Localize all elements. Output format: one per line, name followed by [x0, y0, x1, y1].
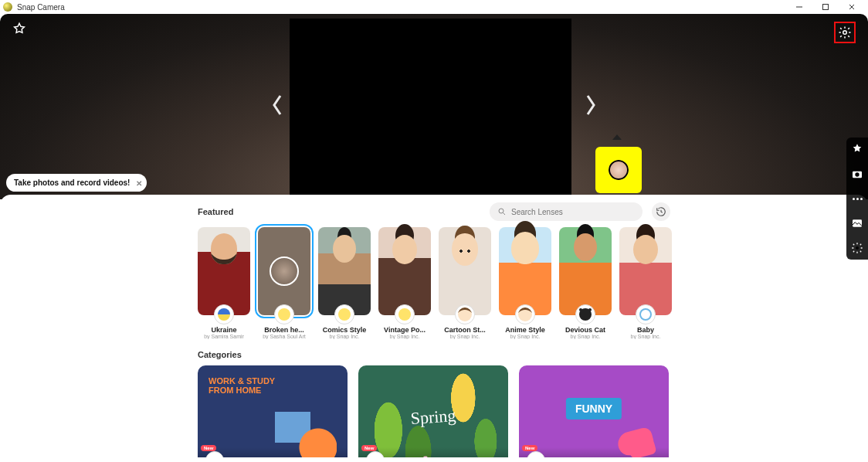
- lens-thumbnail: [258, 227, 310, 315]
- lens-name: Anime Style: [499, 326, 551, 334]
- search-box[interactable]: [490, 202, 643, 221]
- categories-title: Categories: [198, 350, 670, 359]
- settings-button[interactable]: [834, 22, 856, 43]
- lens-card[interactable]: Baby by Snap Inc.: [619, 227, 672, 339]
- lens-name: Broken he...: [258, 326, 310, 334]
- lens-author: by Snap Inc.: [499, 334, 551, 339]
- featured-title: Featured: [198, 207, 490, 216]
- prev-lens-button[interactable]: [270, 93, 284, 120]
- camera-area: Take photos and record videos! ✕: [0, 14, 868, 199]
- category-card[interactable]: New 31 Spring 🌸: [358, 365, 508, 457]
- svg-rect-0: [823, 5, 829, 10]
- lens-browser: Featured Ukraine by Samira Samir Broken …: [0, 195, 868, 457]
- app-icon: [3, 2, 12, 12]
- category-count: 31: [366, 451, 385, 457]
- capture-button[interactable]: [11, 196, 28, 199]
- next-lens-button[interactable]: [584, 93, 598, 120]
- search-icon: [497, 207, 507, 216]
- featured-row: Ukraine by Samira Samir Broken he... by …: [198, 227, 670, 339]
- history-button[interactable]: [652, 202, 670, 221]
- maximize-button[interactable]: [812, 0, 839, 14]
- lens-badge-icon: [575, 304, 595, 324]
- svg-point-8: [499, 209, 504, 213]
- lens-label: Cartoon St... by Snap Inc.: [439, 326, 491, 339]
- lens-name: Baby: [619, 326, 672, 334]
- lens-badge-icon: [274, 304, 294, 324]
- gallery-icon[interactable]: [850, 216, 864, 230]
- lens-author: by Snap Inc.: [318, 334, 371, 339]
- lens-label: Anime Style by Snap Inc.: [499, 326, 551, 339]
- lens-thumbnail: [198, 227, 250, 315]
- lens-author: by Snap Inc.: [378, 334, 431, 339]
- category-card[interactable]: New 31 Work & Study from Home: [198, 365, 348, 457]
- lens-label: Broken he... by Sasha Soul Art: [258, 326, 310, 339]
- lens-label: Devious Cat by Snap Inc.: [559, 326, 612, 339]
- lens-card[interactable]: Anime Style by Snap Inc.: [499, 227, 551, 339]
- lens-label: Comics Style by Snap Inc.: [318, 326, 371, 339]
- titlebar: Snap Camera: [0, 0, 868, 14]
- minimize-button[interactable]: [786, 0, 812, 14]
- lens-thumbnail: [439, 227, 491, 315]
- lens-thumbnail: [499, 227, 551, 315]
- camera-icon[interactable]: [850, 167, 864, 181]
- lens-label: Ukraine by Samira Samir: [198, 326, 250, 339]
- lens-badge-icon: [636, 304, 656, 324]
- lens-card[interactable]: Broken he... by Sasha Soul Art: [258, 227, 310, 339]
- svg-point-1: [843, 31, 847, 35]
- capture-tooltip-text: Take photos and record videos!: [14, 178, 130, 187]
- lens-author: by Snap Inc.: [559, 334, 612, 339]
- category-new-badge: New: [361, 445, 377, 451]
- favorite-star-button[interactable]: [12, 22, 26, 39]
- lens-name: Comics Style: [318, 326, 371, 334]
- lens-card[interactable]: Devious Cat by Snap Inc.: [559, 227, 612, 339]
- window-title: Snap Camera: [17, 3, 786, 12]
- category-count: 32: [527, 451, 545, 457]
- svg-point-7: [856, 246, 859, 250]
- svg-point-5: [855, 172, 859, 176]
- lens-author: by Snap Inc.: [439, 334, 491, 339]
- pin-icon[interactable]: [850, 142, 864, 156]
- lens-name: Vintage Po...: [378, 326, 431, 334]
- category-count: 31: [205, 451, 224, 457]
- lens-thumbnail: [318, 227, 371, 315]
- category-new-badge: New: [522, 445, 537, 451]
- category-card[interactable]: New 32 Funny: [519, 365, 669, 457]
- lens-card[interactable]: Ukraine by Samira Samir: [198, 227, 250, 339]
- lens-badge-icon: [334, 304, 354, 324]
- category-new-badge: New: [201, 445, 216, 451]
- category-badge: New 32: [527, 451, 545, 457]
- lens-name: Ukraine: [198, 326, 250, 334]
- lens-label: Vintage Po... by Snap Inc.: [378, 326, 431, 339]
- category-overlay: New 32 Funny: [519, 447, 669, 457]
- category-badge: New 31: [366, 451, 385, 457]
- lens-thumbnail: [378, 227, 431, 315]
- lens-thumbnail: [559, 227, 612, 315]
- category-badge: New 31: [205, 451, 224, 457]
- lens-badge-icon: [515, 304, 535, 324]
- side-toolbar: [846, 138, 868, 260]
- close-button[interactable]: [839, 0, 865, 14]
- lens-author: by Snap Inc.: [619, 334, 672, 339]
- category-overlay: New 31 Work & Study from Home: [198, 447, 348, 457]
- gear-icon[interactable]: [850, 241, 864, 255]
- tooltip-close-icon[interactable]: ✕: [136, 178, 142, 187]
- lens-name: Devious Cat: [559, 326, 612, 334]
- category-overlay: New 31 Spring 🌸: [358, 447, 508, 457]
- camera-viewport: [290, 19, 571, 198]
- lens-badge-icon: [214, 304, 234, 324]
- more-icon[interactable]: [850, 192, 864, 206]
- lens-card[interactable]: Vintage Po... by Snap Inc.: [378, 227, 431, 339]
- categories-row: New 31 Work & Study from Home New 31 Spr…: [198, 365, 670, 457]
- lens-author: by Samira Samir: [198, 334, 250, 339]
- category-name: Work & Study from Home: [230, 456, 333, 457]
- lens-badge-icon: [395, 304, 415, 324]
- category-name: Spring 🌸: [391, 456, 431, 458]
- lens-card[interactable]: Cartoon St... by Snap Inc.: [439, 227, 491, 339]
- snapcode[interactable]: [595, 147, 642, 193]
- capture-tooltip: Take photos and record videos! ✕: [6, 174, 147, 192]
- search-input[interactable]: [511, 208, 635, 216]
- lens-label: Baby by Snap Inc.: [619, 326, 672, 339]
- lens-name: Cartoon St...: [439, 326, 491, 334]
- lens-thumbnail: [619, 227, 672, 315]
- lens-card[interactable]: Comics Style by Snap Inc.: [318, 227, 371, 339]
